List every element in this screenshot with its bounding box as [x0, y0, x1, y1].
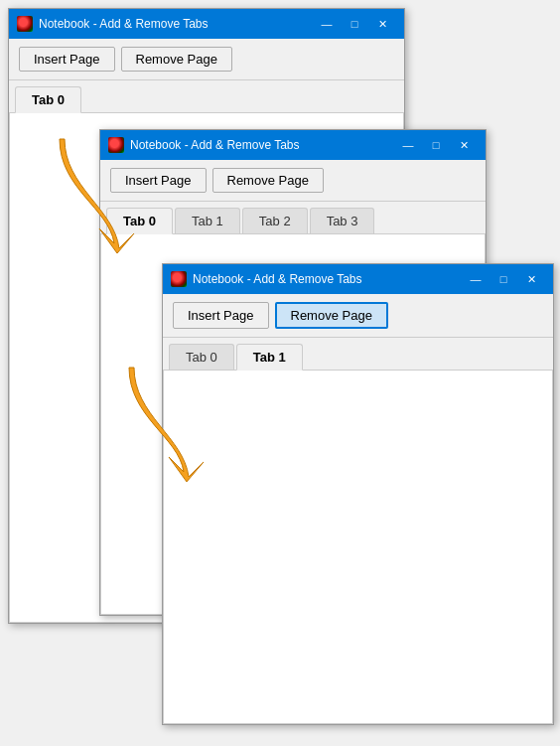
- minimize-btn-3[interactable]: —: [462, 269, 490, 289]
- toolbar-1: Insert Page Remove Page: [9, 39, 404, 80]
- arrow-1: [30, 129, 139, 258]
- toolbar-3: Insert Page Remove Page: [163, 294, 553, 338]
- window-controls-3[interactable]: — □ ✕: [462, 269, 545, 289]
- tab-bar-2: Tab 0 Tab 1 Tab 2 Tab 3: [100, 202, 486, 234]
- title-bar-1: Notebook - Add & Remove Tabs — □ ✕: [9, 9, 404, 39]
- remove-page-btn-1[interactable]: Remove Page: [121, 47, 232, 72]
- title-1: Notebook - Add & Remove Tabs: [39, 17, 313, 31]
- title-2: Notebook - Add & Remove Tabs: [130, 138, 394, 152]
- tab-content-3: [163, 371, 553, 724]
- remove-page-btn-2[interactable]: Remove Page: [212, 168, 324, 193]
- maximize-btn-1[interactable]: □: [341, 14, 368, 34]
- toolbar-2: Insert Page Remove Page: [100, 160, 486, 202]
- title-3: Notebook - Add & Remove Tabs: [193, 272, 462, 286]
- tab-0-1[interactable]: Tab 0: [15, 86, 81, 113]
- window-controls-1[interactable]: — □ ✕: [313, 14, 396, 34]
- maximize-btn-2[interactable]: □: [422, 135, 450, 155]
- tab-3-2[interactable]: Tab 3: [310, 208, 375, 233]
- insert-page-btn-3[interactable]: Insert Page: [173, 302, 269, 329]
- tab-bar-1: Tab 0: [9, 80, 404, 113]
- window-controls-2[interactable]: — □ ✕: [394, 135, 478, 155]
- app-icon-3: [171, 271, 187, 287]
- tab-2-2[interactable]: Tab 2: [242, 208, 308, 233]
- maximize-btn-3[interactable]: □: [490, 269, 517, 289]
- insert-page-btn-1[interactable]: Insert Page: [19, 47, 115, 72]
- close-btn-1[interactable]: ✕: [368, 14, 396, 34]
- window-3[interactable]: Notebook - Add & Remove Tabs — □ ✕ Inser…: [162, 263, 554, 725]
- title-bar-2: Notebook - Add & Remove Tabs — □ ✕: [100, 130, 486, 160]
- tab-1-3[interactable]: Tab 1: [236, 344, 303, 371]
- close-btn-2[interactable]: ✕: [450, 135, 478, 155]
- tab-1-2[interactable]: Tab 1: [175, 208, 240, 233]
- close-btn-3[interactable]: ✕: [517, 269, 545, 289]
- window-body-3: Insert Page Remove Page Tab 0 Tab 1: [163, 294, 553, 724]
- minimize-btn-1[interactable]: —: [313, 14, 341, 34]
- tab-bar-3: Tab 0 Tab 1: [163, 338, 553, 371]
- app-icon-1: [17, 16, 33, 32]
- minimize-btn-2[interactable]: —: [394, 135, 422, 155]
- remove-page-btn-3[interactable]: Remove Page: [275, 302, 388, 329]
- arrow-2: [99, 358, 209, 487]
- title-bar-3: Notebook - Add & Remove Tabs — □ ✕: [163, 264, 553, 294]
